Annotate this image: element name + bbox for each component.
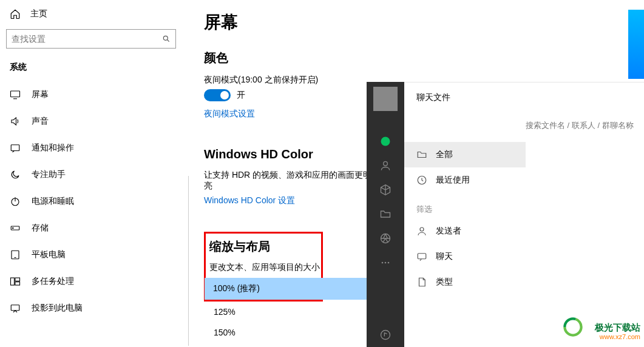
scale-option-150[interactable]: 150% <box>203 322 373 343</box>
page-title: 屏幕 <box>204 11 382 34</box>
watermark: 极光下载站 www.xz7.com <box>595 322 640 341</box>
search-settings-input[interactable] <box>6 29 176 49</box>
sidebar-item-storage[interactable]: 存储 <box>0 215 182 241</box>
nav-label: 多任务处理 <box>32 276 74 287</box>
toggle-state-text: 开 <box>237 90 245 101</box>
sidebar-item-sound[interactable]: 声音 <box>0 108 182 135</box>
sidebar-item-focus[interactable]: 专注助手 <box>0 161 182 188</box>
sidebar-item-tablet[interactable]: 平板电脑 <box>0 241 182 268</box>
night-mode-toggle[interactable] <box>204 89 231 101</box>
settings-sidebar: 主页 系统 屏幕 声音 通知和操作 专注助手 电源和睡眠 存储 <box>0 0 182 347</box>
chat-app-sidebar <box>367 82 404 347</box>
chat-icon[interactable] <box>373 129 398 153</box>
file-search-input[interactable] <box>526 116 636 133</box>
search-field[interactable] <box>12 34 162 44</box>
svg-point-9 <box>13 227 14 229</box>
speaker-icon <box>10 116 21 127</box>
multitask-icon <box>10 276 21 287</box>
color-heading: 颜色 <box>204 50 382 66</box>
svg-rect-2 <box>11 91 20 97</box>
files-all[interactable]: 全部 <box>404 142 526 167</box>
sidebar-item-multitask[interactable]: 多任务处理 <box>0 268 182 295</box>
watermark-text: 极光下载站 <box>595 322 640 333</box>
item-label: 类型 <box>436 277 453 288</box>
hdcolor-settings-link[interactable]: Windows HD Color 设置 <box>204 195 295 206</box>
more-icon[interactable] <box>373 251 398 275</box>
tablet-icon <box>10 249 21 260</box>
clock-icon <box>416 175 427 186</box>
night-mode-label: 夜间模式(19:00 之前保持开启) <box>204 75 382 86</box>
moon-icon <box>10 169 21 180</box>
hdcolor-heading: Windows HD Color <box>204 147 382 161</box>
item-label: 聊天 <box>436 251 453 262</box>
nav-label: 声音 <box>32 116 49 127</box>
avatar[interactable] <box>373 87 398 111</box>
svg-point-21 <box>388 262 390 264</box>
highlight-box: 缩放与布局 更改文本、应用等项目的大小 100% (推荐) <box>204 232 323 302</box>
scale-option-175[interactable]: 175% <box>203 343 373 347</box>
scale-desc: 更改文本、应用等项目的大小 <box>206 262 321 273</box>
sidebar-item-power[interactable]: 电源和睡眠 <box>0 188 182 215</box>
filter-sender[interactable]: 发送者 <box>404 218 526 244</box>
svg-rect-25 <box>418 254 426 259</box>
music-icon[interactable] <box>373 323 398 347</box>
svg-point-19 <box>382 262 384 264</box>
panel-title: 聊天文件 <box>404 83 644 113</box>
item-label: 全部 <box>436 149 453 160</box>
cube-icon[interactable] <box>373 178 398 202</box>
decorative-blue-strip <box>628 10 644 79</box>
svg-rect-12 <box>11 278 15 285</box>
watermark-url: www.xz7.com <box>595 333 640 341</box>
svg-rect-15 <box>11 305 19 311</box>
aperture-icon[interactable] <box>373 226 398 251</box>
chat-files-panel: 聊天文件 全部 最近使用 筛选 发送者 聊天 类型 <box>404 82 644 347</box>
power-icon <box>10 196 21 207</box>
files-recent[interactable]: 最近使用 <box>404 167 526 193</box>
sidebar-item-notifications[interactable]: 通知和操作 <box>0 135 182 161</box>
night-mode-settings-link[interactable]: 夜间模式设置 <box>204 109 255 120</box>
svg-point-20 <box>385 262 387 264</box>
scale-option-100[interactable]: 100% (推荐) <box>205 278 375 300</box>
filter-type[interactable]: 类型 <box>404 269 526 295</box>
svg-line-1 <box>168 40 169 42</box>
search-icon <box>162 35 171 43</box>
notification-icon <box>10 143 21 153</box>
svg-point-24 <box>420 227 424 231</box>
nav-label: 屏幕 <box>32 89 49 100</box>
nav-label: 专注助手 <box>32 169 66 180</box>
contacts-icon[interactable] <box>373 153 398 178</box>
filter-chat[interactable]: 聊天 <box>404 244 526 269</box>
person-icon <box>416 226 427 237</box>
svg-point-16 <box>381 137 390 146</box>
home-icon <box>10 8 21 19</box>
files-nav: 全部 最近使用 筛选 发送者 聊天 类型 <box>404 140 526 295</box>
nav-label: 通知和操作 <box>32 143 74 153</box>
svg-rect-4 <box>11 145 19 151</box>
item-label: 最近使用 <box>436 175 470 186</box>
nav-label: 存储 <box>32 223 49 234</box>
monitor-icon <box>10 89 21 100</box>
scale-dropdown[interactable]: 100% (推荐) <box>206 278 321 300</box>
sidebar-item-display[interactable]: 屏幕 <box>0 81 182 108</box>
svg-rect-13 <box>15 278 20 281</box>
svg-point-17 <box>384 161 388 166</box>
scale-option-125[interactable]: 125% <box>203 302 373 322</box>
sidebar-home[interactable]: 主页 <box>0 0 182 24</box>
sidebar-item-project[interactable]: 投影到此电脑 <box>0 295 182 322</box>
main-content: 屏幕 颜色 夜间模式(19:00 之前保持开启) 开 夜间模式设置 Window… <box>188 0 382 347</box>
chat-bubble-icon <box>416 251 427 262</box>
hdcolor-desc: 让支持 HDR 的视频、游戏和应用的画面更明亮 <box>204 170 374 192</box>
folder-icon <box>416 149 427 160</box>
svg-point-22 <box>381 331 390 340</box>
item-label: 发送者 <box>436 226 461 237</box>
svg-point-0 <box>163 36 168 40</box>
project-icon <box>10 303 21 314</box>
nav-label: 平板电脑 <box>32 249 66 260</box>
folder-icon[interactable] <box>373 202 398 226</box>
file-search-field[interactable] <box>526 121 636 130</box>
svg-rect-14 <box>15 282 20 285</box>
scale-heading: 缩放与布局 <box>206 238 321 255</box>
logo-icon <box>563 317 583 337</box>
filter-label: 筛选 <box>404 193 526 218</box>
nav-label: 投影到此电脑 <box>32 303 83 314</box>
